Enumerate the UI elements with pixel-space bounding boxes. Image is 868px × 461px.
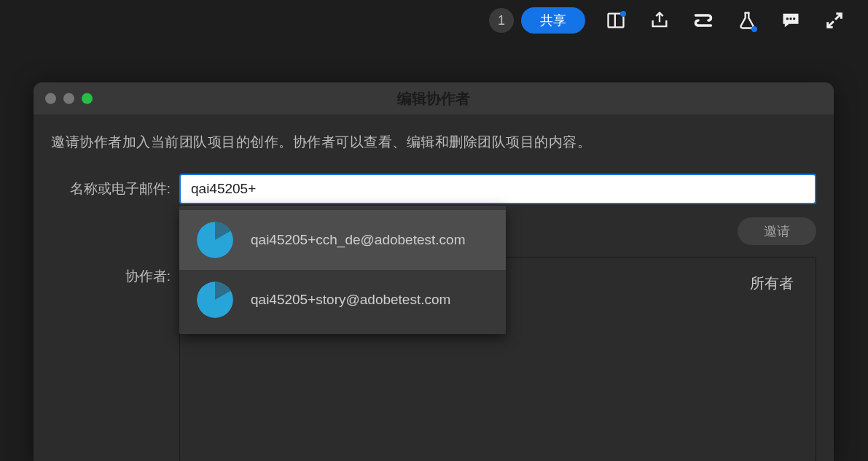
app-top-toolbar: 1 共享 bbox=[0, 0, 868, 41]
invite-button[interactable]: 邀请 bbox=[738, 217, 816, 245]
lab-icon[interactable] bbox=[727, 4, 767, 36]
avatar bbox=[197, 282, 233, 318]
svg-point-2 bbox=[786, 18, 789, 20]
fullscreen-icon[interactable] bbox=[814, 4, 855, 36]
suggestion-item[interactable]: qai45205+cch_de@adobetest.com bbox=[179, 210, 506, 270]
edit-collaborators-dialog: 编辑协作者 邀请协作者加入当前团队项目的创作。协作者可以查看、编辑和删除团队项目… bbox=[34, 82, 834, 461]
owner-role-text: 所有者 bbox=[750, 274, 794, 293]
suggestion-item[interactable]: qai45205+story@adobetest.com bbox=[179, 270, 506, 330]
email-row: 名称或电子邮件: qai45205+cch_de@adobetest.com bbox=[51, 174, 816, 204]
dialog-titlebar: 编辑协作者 bbox=[34, 82, 834, 115]
suggestion-email: qai45205+story@adobetest.com bbox=[251, 292, 450, 308]
email-label: 名称或电子邮件: bbox=[51, 179, 171, 198]
dialog-description: 邀请协作者加入当前团队项目的创作。协作者可以查看、编辑和删除团队项目的内容。 bbox=[51, 132, 816, 153]
panel-icon[interactable] bbox=[595, 4, 636, 36]
collaborators-label: 协作者: bbox=[51, 257, 171, 286]
window-zoom-button[interactable] bbox=[82, 93, 93, 104]
window-controls bbox=[45, 93, 93, 104]
email-field[interactable] bbox=[179, 174, 816, 204]
notification-count-badge[interactable]: 1 bbox=[489, 8, 514, 33]
window-close-button[interactable] bbox=[45, 93, 56, 104]
chat-icon[interactable] bbox=[770, 4, 811, 36]
svg-point-3 bbox=[789, 18, 791, 20]
queue-icon[interactable] bbox=[683, 4, 724, 36]
share-button[interactable]: 共享 bbox=[521, 7, 585, 34]
svg-point-4 bbox=[793, 18, 795, 20]
avatar bbox=[197, 222, 233, 258]
export-icon[interactable] bbox=[639, 4, 680, 36]
email-suggestions: qai45205+cch_de@adobetest.com qai45205+s… bbox=[179, 206, 506, 334]
dialog-title: 编辑协作者 bbox=[397, 89, 470, 109]
window-minimize-button[interactable] bbox=[63, 93, 74, 104]
suggestion-email: qai45205+cch_de@adobetest.com bbox=[251, 232, 465, 248]
dialog-body: 邀请协作者加入当前团队项目的创作。协作者可以查看、编辑和删除团队项目的内容。 名… bbox=[34, 115, 834, 461]
